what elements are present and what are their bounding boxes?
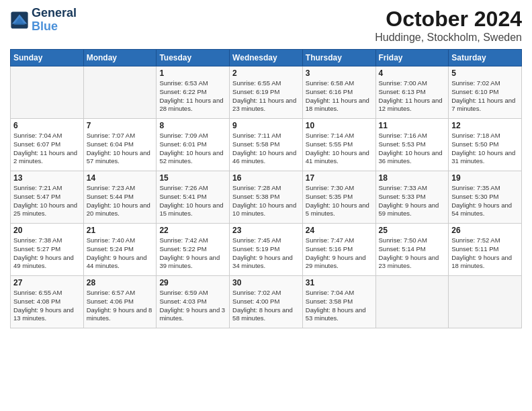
day-cell: 19Sunrise: 7:35 AM Sunset: 5:30 PM Dayli…: [449, 171, 522, 224]
day-cell: 2Sunrise: 6:55 AM Sunset: 6:19 PM Daylig…: [230, 66, 303, 119]
day-cell: 24Sunrise: 7:47 AM Sunset: 5:16 PM Dayli…: [302, 224, 375, 276]
day-detail: Sunrise: 7:02 AM Sunset: 6:10 PM Dayligh…: [451, 79, 519, 113]
calendar-header: SundayMondayTuesdayWednesdayThursdayFrid…: [11, 50, 522, 66]
logo-icon: [10, 11, 29, 30]
day-cell: 25Sunrise: 7:50 AM Sunset: 5:14 PM Dayli…: [375, 224, 449, 276]
day-detail: Sunrise: 7:35 AM Sunset: 5:30 PM Dayligh…: [451, 184, 519, 218]
day-cell: 12Sunrise: 7:18 AM Sunset: 5:50 PM Dayli…: [449, 119, 522, 171]
day-cell: [375, 276, 449, 328]
day-cell: 26Sunrise: 7:52 AM Sunset: 5:11 PM Dayli…: [449, 224, 522, 276]
day-number: 2: [232, 68, 300, 78]
day-detail: Sunrise: 7:18 AM Sunset: 5:50 PM Dayligh…: [451, 132, 519, 166]
day-detail: Sunrise: 7:50 AM Sunset: 5:14 PM Dayligh…: [379, 236, 446, 271]
day-number: 19: [451, 173, 519, 183]
day-number: 24: [306, 226, 373, 235]
day-number: 26: [451, 226, 519, 235]
day-detail: Sunrise: 7:11 AM Sunset: 5:58 PM Dayligh…: [232, 132, 300, 166]
header-cell-wednesday: Wednesday: [230, 50, 303, 66]
day-detail: Sunrise: 7:00 AM Sunset: 6:13 PM Dayligh…: [379, 79, 446, 113]
day-detail: Sunrise: 7:40 AM Sunset: 5:24 PM Dayligh…: [87, 236, 154, 271]
day-number: 7: [87, 121, 154, 130]
day-cell: 18Sunrise: 7:33 AM Sunset: 5:33 PM Dayli…: [375, 171, 449, 224]
day-number: 27: [13, 278, 81, 287]
day-number: 30: [232, 278, 300, 287]
header-cell-monday: Monday: [83, 50, 157, 66]
day-number: 31: [306, 278, 373, 287]
day-cell: 7Sunrise: 7:07 AM Sunset: 6:04 PM Daylig…: [83, 119, 157, 171]
page-header: General Blue October 2024 Huddinge, Stoc…: [10, 7, 522, 44]
day-number: 18: [379, 173, 446, 183]
logo: General Blue: [10, 7, 77, 34]
day-cell: 29Sunrise: 6:59 AM Sunset: 4:03 PM Dayli…: [157, 276, 230, 328]
day-detail: Sunrise: 6:57 AM Sunset: 4:06 PM Dayligh…: [87, 289, 154, 323]
day-cell: 17Sunrise: 7:30 AM Sunset: 5:35 PM Dayli…: [302, 171, 375, 224]
day-number: 8: [159, 121, 226, 130]
subtitle: Huddinge, Stockholm, Sweden: [375, 32, 522, 44]
day-detail: Sunrise: 7:52 AM Sunset: 5:11 PM Dayligh…: [451, 236, 519, 271]
day-cell: 13Sunrise: 7:21 AM Sunset: 5:47 PM Dayli…: [11, 171, 84, 224]
week-row-4: 20Sunrise: 7:38 AM Sunset: 5:27 PM Dayli…: [11, 224, 522, 276]
day-cell: 16Sunrise: 7:28 AM Sunset: 5:38 PM Dayli…: [230, 171, 303, 224]
day-cell: [11, 66, 84, 119]
day-cell: 31Sunrise: 7:04 AM Sunset: 3:58 PM Dayli…: [302, 276, 375, 328]
day-cell: 23Sunrise: 7:45 AM Sunset: 5:19 PM Dayli…: [230, 224, 303, 276]
day-number: 28: [87, 278, 154, 287]
day-cell: 22Sunrise: 7:42 AM Sunset: 5:22 PM Dayli…: [157, 224, 230, 276]
day-cell: 8Sunrise: 7:09 AM Sunset: 6:01 PM Daylig…: [157, 119, 230, 171]
day-detail: Sunrise: 7:28 AM Sunset: 5:38 PM Dayligh…: [232, 184, 300, 218]
day-number: 22: [159, 226, 226, 235]
day-cell: 15Sunrise: 7:26 AM Sunset: 5:41 PM Dayli…: [157, 171, 230, 224]
day-cell: 5Sunrise: 7:02 AM Sunset: 6:10 PM Daylig…: [449, 66, 522, 119]
day-number: 23: [232, 226, 300, 235]
day-cell: 10Sunrise: 7:14 AM Sunset: 5:55 PM Dayli…: [302, 119, 375, 171]
day-number: 14: [87, 173, 154, 183]
day-detail: Sunrise: 7:47 AM Sunset: 5:16 PM Dayligh…: [306, 236, 373, 271]
header-cell-saturday: Saturday: [449, 50, 522, 66]
day-cell: [449, 276, 522, 328]
day-cell: 1Sunrise: 6:53 AM Sunset: 6:22 PM Daylig…: [157, 66, 230, 119]
day-number: 20: [13, 226, 81, 235]
day-detail: Sunrise: 7:14 AM Sunset: 5:55 PM Dayligh…: [306, 132, 373, 166]
day-detail: Sunrise: 7:04 AM Sunset: 6:07 PM Dayligh…: [13, 132, 81, 166]
logo-line1: General: [32, 7, 77, 20]
header-row: SundayMondayTuesdayWednesdayThursdayFrid…: [11, 50, 522, 66]
day-cell: 28Sunrise: 6:57 AM Sunset: 4:06 PM Dayli…: [83, 276, 157, 328]
main-title: October 2024: [375, 7, 522, 32]
day-number: 1: [159, 68, 226, 78]
week-row-5: 27Sunrise: 6:55 AM Sunset: 4:08 PM Dayli…: [11, 276, 522, 328]
day-detail: Sunrise: 7:33 AM Sunset: 5:33 PM Dayligh…: [379, 184, 446, 218]
day-cell: 20Sunrise: 7:38 AM Sunset: 5:27 PM Dayli…: [11, 224, 84, 276]
day-number: 29: [159, 278, 226, 287]
day-cell: 30Sunrise: 7:02 AM Sunset: 4:00 PM Dayli…: [230, 276, 303, 328]
day-number: 25: [379, 226, 446, 235]
logo-line2: Blue: [32, 19, 58, 33]
week-row-2: 6Sunrise: 7:04 AM Sunset: 6:07 PM Daylig…: [11, 119, 522, 171]
day-number: 21: [87, 226, 154, 235]
day-detail: Sunrise: 7:21 AM Sunset: 5:47 PM Dayligh…: [13, 184, 81, 218]
day-cell: 6Sunrise: 7:04 AM Sunset: 6:07 PM Daylig…: [11, 119, 84, 171]
day-number: 4: [379, 68, 446, 78]
header-cell-sunday: Sunday: [11, 50, 84, 66]
day-number: 15: [159, 173, 226, 183]
day-detail: Sunrise: 7:07 AM Sunset: 6:04 PM Dayligh…: [87, 132, 154, 166]
day-detail: Sunrise: 7:45 AM Sunset: 5:19 PM Dayligh…: [232, 236, 300, 271]
day-detail: Sunrise: 7:16 AM Sunset: 5:53 PM Dayligh…: [379, 132, 446, 166]
day-detail: Sunrise: 6:59 AM Sunset: 4:03 PM Dayligh…: [159, 289, 226, 323]
header-cell-friday: Friday: [375, 50, 449, 66]
header-cell-tuesday: Tuesday: [157, 50, 230, 66]
day-cell: 3Sunrise: 6:58 AM Sunset: 6:16 PM Daylig…: [302, 66, 375, 119]
day-cell: 9Sunrise: 7:11 AM Sunset: 5:58 PM Daylig…: [230, 119, 303, 171]
week-row-1: 1Sunrise: 6:53 AM Sunset: 6:22 PM Daylig…: [11, 66, 522, 119]
day-detail: Sunrise: 7:09 AM Sunset: 6:01 PM Dayligh…: [159, 132, 226, 166]
day-number: 17: [306, 173, 373, 183]
day-cell: 11Sunrise: 7:16 AM Sunset: 5:53 PM Dayli…: [375, 119, 449, 171]
day-detail: Sunrise: 7:02 AM Sunset: 4:00 PM Dayligh…: [232, 289, 300, 323]
day-detail: Sunrise: 6:55 AM Sunset: 6:19 PM Dayligh…: [232, 79, 300, 113]
calendar-table: SundayMondayTuesdayWednesdayThursdayFrid…: [10, 49, 522, 328]
day-cell: 27Sunrise: 6:55 AM Sunset: 4:08 PM Dayli…: [11, 276, 84, 328]
day-number: 16: [232, 173, 300, 183]
week-row-3: 13Sunrise: 7:21 AM Sunset: 5:47 PM Dayli…: [11, 171, 522, 224]
day-cell: 14Sunrise: 7:23 AM Sunset: 5:44 PM Dayli…: [83, 171, 157, 224]
day-detail: Sunrise: 7:38 AM Sunset: 5:27 PM Dayligh…: [13, 236, 81, 271]
day-cell: 4Sunrise: 7:00 AM Sunset: 6:13 PM Daylig…: [375, 66, 449, 119]
